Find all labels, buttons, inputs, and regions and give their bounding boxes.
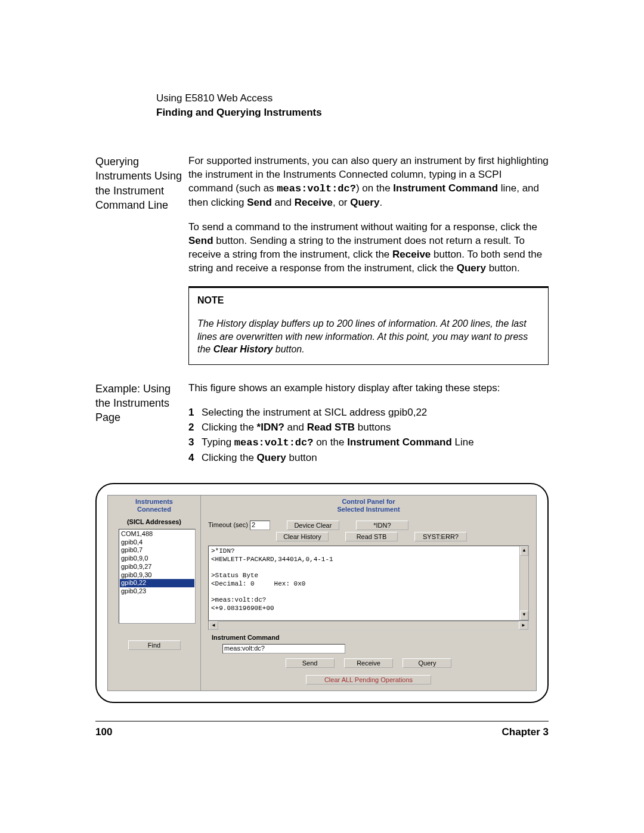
clear-all-pending-button[interactable]: Clear ALL Pending Operations xyxy=(306,675,431,685)
right-title: Control Panel forSelected Instrument xyxy=(201,496,536,516)
footer-rule xyxy=(95,721,549,721)
read-stb-button[interactable]: Read STB xyxy=(345,532,398,541)
history-area: >*IDN? <HEWLETT-PACKARD,34401A,0,4-1-1 >… xyxy=(208,546,529,630)
scroll-down-icon[interactable]: ▼ xyxy=(520,611,528,620)
address-item[interactable]: gpib0,7 xyxy=(120,546,194,555)
header-top-line: Using E5810 Web Access xyxy=(156,92,549,104)
instrument-command-section: Instrument Command meas:volt:dc? Send Re… xyxy=(208,633,529,670)
horizontal-scrollbar[interactable]: ◄ ► xyxy=(208,621,529,630)
example-intro: This figure shows an example history dis… xyxy=(188,382,549,395)
vertical-scrollbar[interactable]: ▲ ▼ xyxy=(519,546,528,620)
sicl-addresses-label: (SICL Addresses) xyxy=(108,516,200,528)
idn-button[interactable]: *IDN? xyxy=(356,521,408,530)
instrument-panel-frame: InstrumentsConnected (SICL Addresses) CO… xyxy=(95,483,549,703)
address-item[interactable]: gpib0,22 xyxy=(120,579,194,587)
address-item[interactable]: COM1,488 xyxy=(120,530,194,538)
body-example: This figure shows an example history dis… xyxy=(188,382,549,466)
section-querying: Querying Instruments Using the Instrumen… xyxy=(95,154,549,365)
syst-err-button[interactable]: SYST:ERR? xyxy=(414,532,467,541)
steps-list: 1Selecting the instrument at SICL addres… xyxy=(188,406,549,465)
side-heading-querying: Querying Instruments Using the Instrumen… xyxy=(95,154,188,365)
command-buttons-row: Send Receive Query xyxy=(208,656,529,670)
address-item[interactable]: gpib0,9,30 xyxy=(120,571,194,580)
page-header: Using E5810 Web Access Finding and Query… xyxy=(156,92,549,119)
document-page: Using E5810 Web Access Finding and Query… xyxy=(0,0,644,833)
footer: 100 Chapter 3 xyxy=(95,726,549,738)
header-title: Finding and Querying Instruments xyxy=(156,107,549,119)
left-title: InstrumentsConnected xyxy=(108,496,200,516)
scroll-left-icon[interactable]: ◄ xyxy=(209,621,218,630)
address-item[interactable]: gpib0,9,0 xyxy=(120,555,194,563)
history-textarea[interactable]: >*IDN? <HEWLETT-PACKARD,34401A,0,4-1-1 >… xyxy=(208,546,529,621)
timeout-input[interactable]: 2 xyxy=(250,521,270,530)
instrument-panel: InstrumentsConnected (SICL Addresses) CO… xyxy=(107,495,537,691)
side-heading-example: Example: Using the Instruments Page xyxy=(95,382,188,466)
address-item[interactable]: gpib0,9,27 xyxy=(120,563,194,571)
control-panel-column: Control Panel forSelected Instrument Tim… xyxy=(201,496,536,690)
para2: To send a command to the instrument with… xyxy=(188,221,549,275)
instruments-connected-column: InstrumentsConnected (SICL Addresses) CO… xyxy=(108,496,201,690)
instrument-command-label: Instrument Command xyxy=(208,633,529,642)
timeout-label: Timeout (sec) xyxy=(208,521,248,528)
address-item[interactable]: gpib0,23 xyxy=(120,587,194,596)
body-querying: For supported instruments, you can also … xyxy=(188,154,549,365)
note-label: NOTE xyxy=(197,294,540,307)
step-3: 3Typing meas:volt:dc? on the Instrument … xyxy=(188,436,549,450)
control-row-2: Clear History Read STB SYST:ERR? xyxy=(201,532,536,543)
step-4: 4Clicking the Query button xyxy=(188,451,549,465)
device-clear-button[interactable]: Device Clear xyxy=(287,521,339,530)
note-box: NOTE The History display buffers up to 2… xyxy=(188,286,549,365)
instrument-command-input[interactable]: meas:volt:dc? xyxy=(222,644,345,654)
send-button[interactable]: Send xyxy=(286,658,335,668)
section-example: Example: Using the Instruments Page This… xyxy=(95,382,549,466)
clear-history-button[interactable]: Clear History xyxy=(276,532,329,541)
find-button[interactable]: Find xyxy=(128,640,181,650)
step-2: 2Clicking the *IDN? and Read STB buttons xyxy=(188,421,549,435)
address-item[interactable]: gpib0,4 xyxy=(120,538,194,547)
scroll-right-icon[interactable]: ► xyxy=(519,621,528,630)
query-button[interactable]: Query xyxy=(402,658,451,668)
chapter-label: Chapter 3 xyxy=(502,726,549,738)
note-body: The History display buffers up to 200 li… xyxy=(197,317,540,356)
page-number: 100 xyxy=(95,726,112,738)
address-listbox[interactable]: COM1,488gpib0,4gpib0,7gpib0,9,0gpib0,9,2… xyxy=(119,529,196,624)
receive-button[interactable]: Receive xyxy=(344,658,393,668)
scroll-up-icon[interactable]: ▲ xyxy=(520,546,528,556)
para1: For supported instruments, you can also … xyxy=(188,154,549,210)
control-row-1: Timeout (sec) 2 Device Clear *IDN? xyxy=(201,516,536,532)
step-1: 1Selecting the instrument at SICL addres… xyxy=(188,406,549,420)
